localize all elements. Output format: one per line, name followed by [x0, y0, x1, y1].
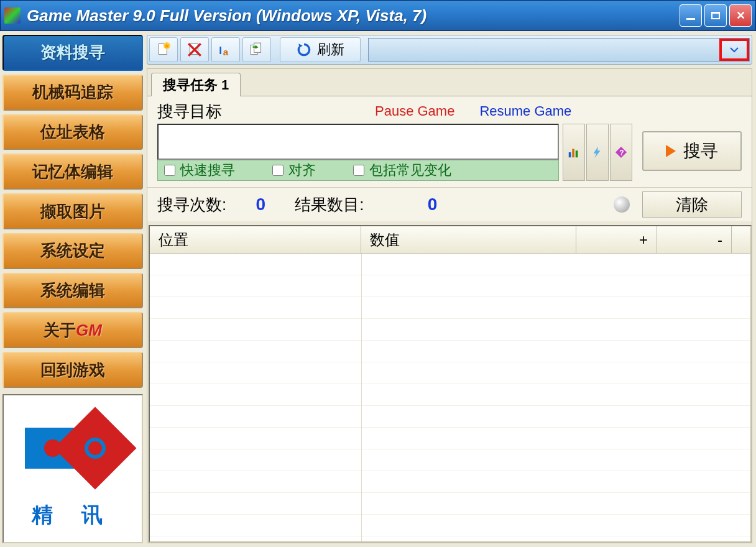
result-count-label: 结果数目: [295, 194, 364, 216]
lightning-icon [591, 145, 604, 159]
svg-rect-11 [576, 150, 578, 157]
grid-header: 位置 数值 + - [150, 226, 750, 254]
history-button[interactable] [563, 124, 585, 181]
svg-rect-9 [569, 152, 571, 157]
opt-include-variants[interactable]: 包括常见变化 [353, 161, 451, 180]
app-icon [4, 7, 21, 24]
search-button-label: 搜寻 [683, 139, 718, 163]
sidebar: 资料搜寻 机械码追踪 位址表格 记忆体编辑 撷取图片 系统设定 系统编辑 关于 … [0, 31, 145, 547]
brand-logo-label: 精 讯 [32, 501, 113, 530]
content-area: Ia 刷新 搜寻任务 1 搜寻目标 Pause Ga [145, 31, 756, 547]
dropdown-arrow-highlighted[interactable] [719, 39, 749, 61]
flash-button[interactable] [586, 124, 609, 181]
col-value[interactable]: 数值 [361, 226, 576, 253]
search-target-label: 搜寻目标 [157, 101, 222, 122]
brand-logo-icon [20, 408, 126, 489]
pause-game-link[interactable]: Pause Game [375, 103, 454, 119]
maximize-button[interactable] [704, 4, 727, 27]
col-location[interactable]: 位置 [150, 226, 361, 253]
count-row: 搜寻次数: 0 结果数目: 0 清除 [147, 187, 752, 221]
chevron-down-icon [729, 47, 739, 53]
help-diamond-icon: ? [614, 145, 628, 159]
window-title: Game Master 9.0 Full Version (Windows XP… [27, 6, 680, 25]
svg-rect-10 [572, 149, 574, 158]
status-indicator-icon [614, 196, 630, 213]
window-controls: ✕ [680, 4, 752, 27]
sidebar-item-return-game[interactable]: 回到游戏 [2, 352, 143, 388]
titlebar: Game Master 9.0 Full Version (Windows XP… [0, 0, 756, 31]
bars-icon [567, 145, 581, 159]
search-count-label: 搜寻次数: [157, 194, 226, 216]
new-icon [155, 42, 172, 58]
sidebar-item-search-data[interactable]: 资料搜寻 [2, 35, 143, 71]
toolbar-delete-button[interactable] [180, 37, 209, 62]
svg-text:I: I [219, 44, 222, 57]
refresh-icon [296, 42, 312, 58]
search-area: 搜寻目标 Pause Game Resume Game 快速搜寻 对齐 包括常见… [147, 96, 752, 187]
clear-button[interactable]: 清除 [642, 191, 742, 218]
search-button[interactable]: 搜寻 [642, 131, 742, 171]
sidebar-item-machine-code[interactable]: 机械码追踪 [2, 75, 143, 111]
resume-game-link[interactable]: Resume Game [479, 103, 571, 119]
gm-logo-text: GM [76, 321, 102, 340]
search-value-input[interactable] [157, 124, 559, 160]
tab-row: 搜寻任务 1 [147, 69, 752, 96]
search-options-bar: 快速搜寻 对齐 包括常见变化 [157, 160, 559, 181]
svg-text:?: ? [619, 149, 624, 157]
minimize-button[interactable] [680, 4, 702, 27]
svg-text:a: a [223, 47, 229, 57]
copy-icon [249, 42, 265, 58]
grid-body[interactable] [150, 254, 750, 541]
sidebar-item-memory-edit[interactable]: 记忆体编辑 [2, 154, 143, 190]
col-spacer [732, 226, 750, 253]
toolbar-new-button[interactable] [149, 37, 178, 62]
close-button[interactable]: ✕ [729, 4, 752, 27]
sidebar-item-about[interactable]: 关于 GM [2, 312, 143, 348]
opt-quick-search[interactable]: 快速搜寻 [164, 161, 235, 180]
rename-icon: Ia [218, 42, 234, 58]
col-minus[interactable]: - [657, 226, 732, 253]
toolbar-rename-button[interactable]: Ia [211, 37, 240, 62]
toolbar-refresh-button[interactable]: 刷新 [280, 37, 361, 62]
sidebar-item-system-settings[interactable]: 系统设定 [2, 233, 143, 269]
results-grid: 位置 数值 + - [149, 225, 752, 543]
opt-align[interactable]: 对齐 [272, 161, 316, 180]
toolbar: Ia 刷新 [147, 35, 752, 65]
sidebar-item-address-table[interactable]: 位址表格 [2, 114, 143, 150]
search-count-value: 0 [233, 195, 288, 214]
play-icon [666, 145, 676, 157]
tab-search-task-1[interactable]: 搜寻任务 1 [151, 73, 241, 96]
brand-logo-box: 精 讯 [2, 394, 143, 543]
toolbar-copy-button[interactable] [242, 37, 271, 62]
help-button[interactable]: ? [610, 124, 632, 181]
col-plus[interactable]: + [576, 226, 657, 253]
delete-icon [187, 42, 203, 58]
refresh-label: 刷新 [317, 40, 344, 59]
sidebar-item-system-edit[interactable]: 系统编辑 [2, 273, 143, 309]
result-count-value: 0 [370, 195, 494, 214]
process-dropdown[interactable] [368, 38, 750, 62]
work-panel: 搜寻任务 1 搜寻目标 Pause Game Resume Game 快速搜寻 … [147, 68, 752, 543]
sidebar-item-screenshot[interactable]: 撷取图片 [2, 193, 143, 229]
